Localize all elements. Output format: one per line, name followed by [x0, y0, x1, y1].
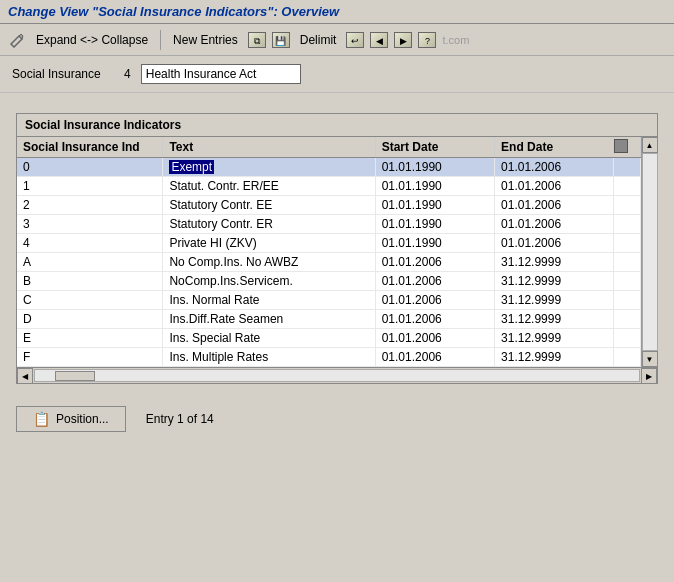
- cell-end-date: 31.12.9999: [495, 329, 614, 348]
- cell-empty: [614, 329, 641, 348]
- hscroll-left-button[interactable]: ◀: [17, 368, 33, 384]
- cell-end-date: 31.12.9999: [495, 253, 614, 272]
- cell-text: Exempt: [163, 158, 375, 177]
- delimit-label: Delimit: [300, 33, 337, 47]
- scroll-up-button[interactable]: ▲: [642, 137, 658, 153]
- edit-icon: [8, 31, 26, 49]
- cell-start-date: 01.01.1990: [375, 234, 494, 253]
- fwd-icon[interactable]: ▶: [394, 32, 412, 48]
- table-body: 0Exempt01.01.199001.01.20061Statut. Cont…: [17, 158, 641, 367]
- cell-indicator: F: [17, 348, 163, 367]
- expand-collapse-label: Expand <-> Collapse: [36, 33, 148, 47]
- cell-indicator: E: [17, 329, 163, 348]
- cell-end-date: 01.01.2006: [495, 196, 614, 215]
- table-row[interactable]: EIns. Special Rate01.01.200631.12.9999: [17, 329, 641, 348]
- table-row[interactable]: CIns. Normal Rate01.01.200631.12.9999: [17, 291, 641, 310]
- help-icon[interactable]: ?: [418, 32, 436, 48]
- cell-end-date: 01.01.2006: [495, 215, 614, 234]
- cell-start-date: 01.01.2006: [375, 253, 494, 272]
- cell-start-date: 01.01.2006: [375, 329, 494, 348]
- col-header-text: Text: [163, 137, 375, 158]
- cell-start-date: 01.01.2006: [375, 272, 494, 291]
- filter-label: Social Insurance: [12, 67, 101, 81]
- save-icon[interactable]: 💾: [272, 32, 290, 48]
- col-header-end: End Date: [495, 137, 614, 158]
- horizontal-scrollbar[interactable]: ◀ ▶: [17, 367, 657, 383]
- cell-empty: [614, 158, 641, 177]
- cell-indicator: D: [17, 310, 163, 329]
- cell-text: Ins. Normal Rate: [163, 291, 375, 310]
- cell-text: Ins.Diff.Rate Seamen: [163, 310, 375, 329]
- cell-empty: [614, 310, 641, 329]
- cell-text: Ins. Multiple Rates: [163, 348, 375, 367]
- cell-empty: [614, 234, 641, 253]
- col-header-start: Start Date: [375, 137, 494, 158]
- copy-icon[interactable]: ⧉: [248, 32, 266, 48]
- cell-start-date: 01.01.1990: [375, 158, 494, 177]
- hscroll-right-button[interactable]: ▶: [641, 368, 657, 384]
- scroll-track[interactable]: [642, 153, 658, 351]
- cell-indicator: 3: [17, 215, 163, 234]
- filter-value-input[interactable]: [107, 66, 135, 82]
- cell-text: Statutory Contr. ER: [163, 215, 375, 234]
- cell-indicator: B: [17, 272, 163, 291]
- filter-text-input[interactable]: [141, 64, 301, 84]
- table-wrapper: Social Insurance Ind Text Start Date End…: [17, 137, 641, 367]
- cell-start-date: 01.01.1990: [375, 196, 494, 215]
- cell-empty: [614, 348, 641, 367]
- cell-empty: [614, 272, 641, 291]
- table-row[interactable]: 2Statutory Contr. EE01.01.199001.01.2006: [17, 196, 641, 215]
- cell-end-date: 01.01.2006: [495, 177, 614, 196]
- table-row[interactable]: 1Statut. Contr. ER/EE01.01.199001.01.200…: [17, 177, 641, 196]
- table-row[interactable]: 4Private HI (ZKV)01.01.199001.01.2006: [17, 234, 641, 253]
- undo-icon[interactable]: ↩: [346, 32, 364, 48]
- hscroll-track[interactable]: [34, 369, 640, 382]
- cell-indicator: 2: [17, 196, 163, 215]
- position-label: Position...: [56, 412, 109, 426]
- table-row[interactable]: DIns.Diff.Rate Seamen01.01.200631.12.999…: [17, 310, 641, 329]
- cell-text: Private HI (ZKV): [163, 234, 375, 253]
- cell-start-date: 01.01.1990: [375, 177, 494, 196]
- back-icon[interactable]: ◀: [370, 32, 388, 48]
- cell-empty: [614, 291, 641, 310]
- new-entries-button[interactable]: New Entries: [169, 32, 242, 48]
- delimit-button[interactable]: Delimit: [296, 32, 341, 48]
- cell-text: Statutory Contr. EE: [163, 196, 375, 215]
- col-resize-header[interactable]: [614, 137, 641, 158]
- table-header-row: Social Insurance Ind Text Start Date End…: [17, 137, 641, 158]
- cell-empty: [614, 177, 641, 196]
- table-scroll-area: Social Insurance Ind Text Start Date End…: [17, 137, 657, 367]
- scroll-down-button[interactable]: ▼: [642, 351, 658, 367]
- content-area: Social Insurance Indicators Social Insur…: [0, 93, 674, 396]
- cell-end-date: 31.12.9999: [495, 272, 614, 291]
- position-icon: 📋: [33, 411, 50, 427]
- cell-start-date: 01.01.2006: [375, 348, 494, 367]
- cell-text: Statut. Contr. ER/EE: [163, 177, 375, 196]
- cell-indicator: 0: [17, 158, 163, 177]
- table-row[interactable]: BNoComp.Ins.Servicem.01.01.200631.12.999…: [17, 272, 641, 291]
- cell-text: Ins. Special Rate: [163, 329, 375, 348]
- data-table: Social Insurance Ind Text Start Date End…: [17, 137, 641, 367]
- table-row[interactable]: 3Statutory Contr. ER01.01.199001.01.2006: [17, 215, 641, 234]
- table-container: Social Insurance Indicators Social Insur…: [16, 113, 658, 384]
- table-row[interactable]: FIns. Multiple Rates01.01.200631.12.9999: [17, 348, 641, 367]
- cell-empty: [614, 253, 641, 272]
- cell-empty: [614, 196, 641, 215]
- toolbar: Expand <-> Collapse New Entries ⧉ 💾 Deli…: [0, 24, 674, 56]
- expand-collapse-button[interactable]: Expand <-> Collapse: [32, 32, 152, 48]
- cell-indicator: 1: [17, 177, 163, 196]
- hscroll-thumb[interactable]: [55, 371, 95, 381]
- page-title: Change View "Social Insurance Indicators…: [0, 0, 674, 24]
- vertical-scrollbar[interactable]: ▲ ▼: [641, 137, 657, 367]
- bottom-bar: 📋 Position... Entry 1 of 14: [0, 396, 674, 442]
- table-row[interactable]: 0Exempt01.01.199001.01.2006: [17, 158, 641, 177]
- position-button[interactable]: 📋 Position...: [16, 406, 126, 432]
- table-row[interactable]: ANo Comp.Ins. No AWBZ01.01.200631.12.999…: [17, 253, 641, 272]
- cell-end-date: 31.12.9999: [495, 291, 614, 310]
- cell-indicator: 4: [17, 234, 163, 253]
- title-text: Change View "Social Insurance Indicators…: [8, 4, 339, 19]
- cell-end-date: 31.12.9999: [495, 310, 614, 329]
- table-title: Social Insurance Indicators: [17, 114, 657, 137]
- col-header-indicator: Social Insurance Ind: [17, 137, 163, 158]
- watermark: t.com: [442, 34, 469, 46]
